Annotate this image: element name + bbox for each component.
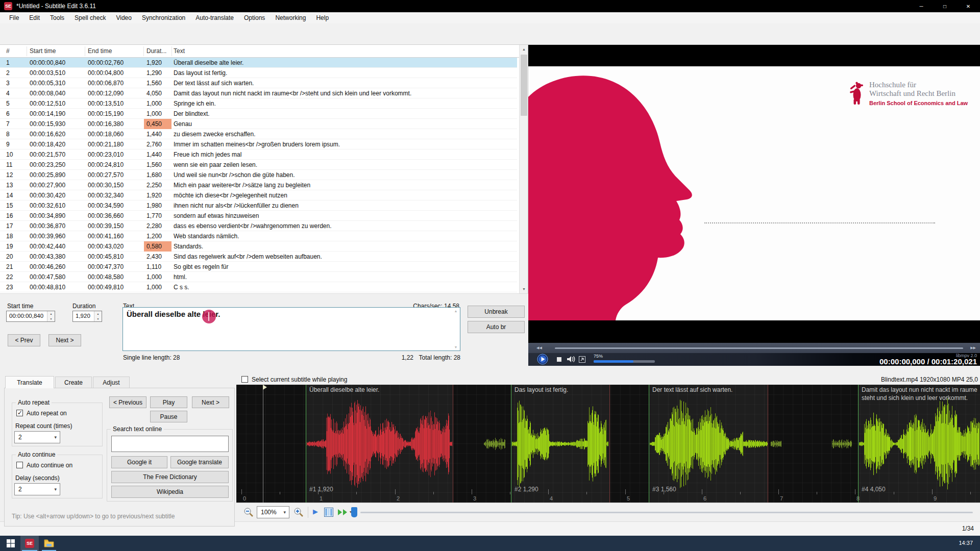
- subtitle-row[interactable]: 1900:00:42,44000:00:43,0200,580Standards…: [0, 241, 517, 252]
- menu-item-file[interactable]: File: [4, 12, 24, 23]
- menu-item-auto-translate[interactable]: Auto-translate: [190, 12, 239, 23]
- video-seek-bar[interactable]: ◀◀ ▶▶: [528, 343, 980, 353]
- spin-down-icon[interactable]: ▼: [94, 316, 102, 321]
- subtitle-row[interactable]: 200:00:03,51000:00:04,8001,290Das layout…: [0, 68, 517, 78]
- menu-item-spell-check[interactable]: Spell check: [69, 12, 111, 23]
- play-button[interactable]: [537, 354, 548, 365]
- subtitle-row[interactable]: 600:00:14,19000:00:15,1901,000Der blindt…: [0, 109, 517, 119]
- auto-repeat-group: Auto repeat Auto repeat on Repeat count …: [12, 403, 103, 446]
- select-current-subtitle-checkbox[interactable]: [241, 376, 248, 383]
- menu-item-tools[interactable]: Tools: [45, 12, 69, 23]
- zoom-in-icon[interactable]: [293, 507, 304, 517]
- auto-repeat-checkbox[interactable]: [16, 410, 23, 416]
- tab-create[interactable]: Create: [55, 377, 92, 388]
- free-dictionary-button[interactable]: The Free Dictionary: [111, 471, 229, 483]
- menu-item-options[interactable]: Options: [239, 12, 270, 23]
- subtitle-row[interactable]: 1300:00:27,90000:00:30,1502,250Mich ein …: [0, 180, 517, 190]
- google-translate-button[interactable]: Google translate: [170, 456, 229, 468]
- subtitle-row[interactable]: 2300:00:48,81000:00:49,8101,000C s s.: [0, 282, 517, 292]
- subtitle-text-input[interactable]: Überall dieselbe alte leier. ▲ ▼: [122, 307, 460, 351]
- start-time-spinner[interactable]: 00:00:00,840 ▲ ▼: [6, 311, 55, 322]
- scroll-down-icon[interactable]: ▼: [454, 345, 458, 349]
- subtitle-row[interactable]: 400:00:08,04000:00:12,0904,050Damit das …: [0, 88, 517, 98]
- fullscreen-icon[interactable]: [579, 356, 585, 363]
- subtitle-row[interactable]: 300:00:05,31000:00:06,8701,560Der text l…: [0, 78, 517, 88]
- subtitle-row[interactable]: 900:00:18,42000:00:21,1802,760Immer im s…: [0, 139, 517, 149]
- menu-item-networking[interactable]: Networking: [270, 12, 311, 23]
- next-subtitle-button[interactable]: Next >: [48, 334, 81, 346]
- subtitle-row[interactable]: 100:00:00,84000:00:02,7601,920Überall di…: [0, 58, 517, 68]
- scroll-up-icon[interactable]: ▲: [454, 309, 458, 313]
- play-button-panel[interactable]: Play: [150, 396, 187, 408]
- waveform-play-icon[interactable]: ▶: [313, 508, 318, 515]
- subtitle-row[interactable]: 2000:00:43,38000:00:45,8102,430Sind das …: [0, 252, 517, 262]
- menu-item-synchronization[interactable]: Synchronization: [137, 12, 190, 23]
- subtitle-row[interactable]: 1500:00:32,61000:00:34,5901,980ihnen nic…: [0, 201, 517, 211]
- menu-item-edit[interactable]: Edit: [24, 12, 45, 23]
- subtitle-row[interactable]: 1600:00:34,89000:00:36,6601,770sondern a…: [0, 211, 517, 221]
- seek-track[interactable]: [555, 347, 963, 349]
- pause-button[interactable]: Pause: [150, 411, 187, 422]
- cell-st: 00:00:32,610: [30, 202, 65, 209]
- previous-button[interactable]: < Previous: [109, 396, 146, 408]
- search-text-input[interactable]: [111, 436, 229, 452]
- tab-translate[interactable]: Translate: [5, 376, 54, 388]
- line-column-position: 1,22: [388, 354, 413, 361]
- subtitle-row[interactable]: 2100:00:46,26000:00:47,3701,110So gibt e…: [0, 262, 517, 272]
- delay-select[interactable]: 2▾: [14, 483, 60, 495]
- subtitle-row[interactable]: 1700:00:36,87000:00:39,1502,280dass es e…: [0, 221, 517, 231]
- video-player[interactable]: Hochschule für Wirtschaft und Recht Berl…: [528, 45, 980, 343]
- subtitle-row[interactable]: 1800:00:39,96000:00:41,1601,200Web stand…: [0, 231, 517, 241]
- spin-up-icon[interactable]: ▲: [94, 311, 102, 316]
- scroll-up-icon[interactable]: ▲: [520, 45, 528, 54]
- wikipedia-button[interactable]: Wikipedia: [111, 486, 229, 498]
- subtitle-row[interactable]: 1100:00:23,25000:00:24,8101,560wenn sie …: [0, 160, 517, 170]
- duration-spinner[interactable]: 1,920 ▲ ▼: [72, 311, 102, 322]
- grid-view-icon[interactable]: [324, 508, 333, 517]
- auto-continue-checkbox[interactable]: [16, 462, 23, 468]
- list-scrollbar[interactable]: ▲ ▼: [519, 45, 528, 293]
- google-it-button[interactable]: Google it: [111, 456, 167, 468]
- taskbar-subtitle-edit[interactable]: SE: [20, 536, 39, 551]
- stop-button[interactable]: [557, 357, 561, 362]
- position-slider-thumb[interactable]: [351, 507, 357, 517]
- subtitle-row[interactable]: 1400:00:30,42000:00:32,3401,920möchte ic…: [0, 190, 517, 201]
- menu-item-help[interactable]: Help: [311, 12, 334, 23]
- tab-adjust[interactable]: Adjust: [93, 377, 130, 388]
- start-button[interactable]: [2, 536, 19, 551]
- close-button[interactable]: ✕: [957, 0, 980, 12]
- textbox-scrollbar[interactable]: ▲ ▼: [452, 308, 459, 350]
- position-slider-track[interactable]: [360, 512, 973, 513]
- minimize-button[interactable]: ─: [910, 0, 933, 12]
- unbreak-button[interactable]: Unbreak: [468, 306, 525, 318]
- waveform-view[interactable]: 0123456789Überall dieselbe alte leier.#1…: [236, 385, 980, 503]
- spin-down-icon[interactable]: ▼: [47, 316, 55, 321]
- cell-num: 23: [6, 284, 13, 291]
- subtitle-row[interactable]: 500:00:12,51000:00:13,5101,000Springe ic…: [0, 98, 517, 109]
- next-button[interactable]: Next >: [192, 396, 229, 408]
- skip-forward-icon[interactable]: [337, 509, 349, 516]
- subtitle-row[interactable]: 800:00:16,62000:00:18,0601,440zu diesem …: [0, 129, 517, 139]
- taskbar-file-explorer[interactable]: [40, 536, 58, 551]
- menu-item-video[interactable]: Video: [111, 12, 136, 23]
- zoom-out-icon[interactable]: [243, 507, 254, 517]
- fast-forward-icon[interactable]: ▶▶: [970, 346, 976, 350]
- maximize-button[interactable]: □: [933, 0, 957, 12]
- subtitle-row[interactable]: 1000:00:21,57000:00:23,0101,440Freue ich…: [0, 149, 517, 160]
- prev-subtitle-button[interactable]: < Prev: [8, 334, 40, 346]
- spin-up-icon[interactable]: ▲: [47, 311, 55, 316]
- rewind-icon[interactable]: ◀◀: [536, 346, 542, 350]
- auto-br-button[interactable]: Auto br: [468, 321, 525, 333]
- volume-slider[interactable]: [594, 360, 655, 363]
- subtitle-row[interactable]: 700:00:15,93000:00:16,3800,450Genau: [0, 119, 517, 129]
- scrollbar-thumb[interactable]: [521, 55, 527, 116]
- waveform-zoom-select[interactable]: 100%▾: [257, 506, 289, 518]
- cell-num: 19: [6, 243, 13, 250]
- taskbar-clock: 14:37: [959, 540, 973, 546]
- volume-icon[interactable]: [567, 356, 575, 363]
- repeat-count-select[interactable]: 2▾: [14, 431, 60, 443]
- subtitle-row[interactable]: 1200:00:25,89000:00:27,5701,680Und weil …: [0, 170, 517, 180]
- cell-num: 13: [6, 182, 13, 189]
- scroll-down-icon[interactable]: ▼: [520, 285, 528, 293]
- subtitle-row[interactable]: 2200:00:47,58000:00:48,5801,000html.: [0, 272, 517, 282]
